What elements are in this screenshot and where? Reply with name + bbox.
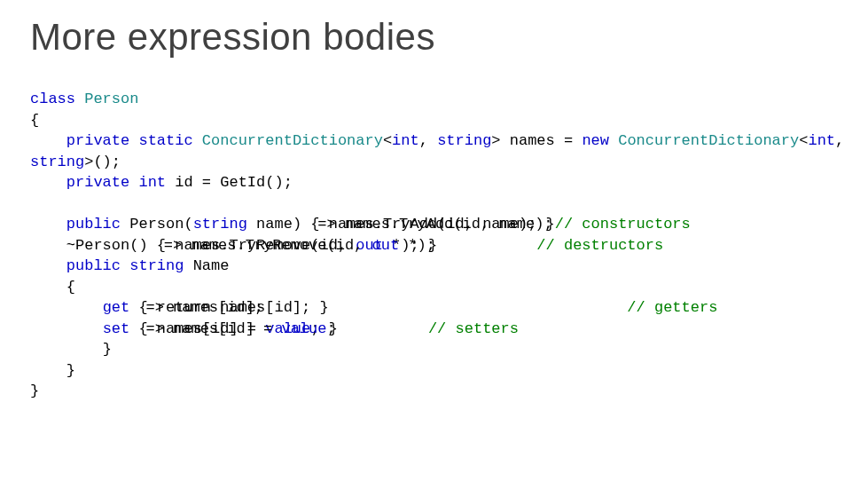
comment-getters: // getters [627, 299, 717, 316]
kw-public2: public [66, 257, 121, 274]
kw-out: out [356, 237, 383, 254]
slide-title: More expression bodies [30, 16, 435, 59]
kw-int2: int [808, 132, 835, 149]
kw-set: set [103, 320, 130, 337]
kw-private: private [66, 132, 129, 149]
indent [30, 174, 66, 191]
kw-new: new [582, 132, 609, 149]
get-body-overlap: { return names[id]; }=> names[id]; [138, 297, 328, 319]
space [75, 91, 84, 107]
comment-dtors: // destructors [536, 237, 663, 254]
txt: > names = [491, 132, 582, 149]
name-prop: Name [184, 257, 229, 274]
type-cd: ConcurrentDictionary [202, 132, 383, 149]
set-a-tail: ; } [310, 320, 338, 337]
set-a-head: { names[id] = [138, 320, 265, 337]
brace-open: { [30, 112, 39, 129]
dtor-body-overlap: { names.TryRemove(id, out *); }=> names.… [157, 235, 437, 256]
comment-setters: // setters [428, 320, 519, 337]
indent2 [30, 299, 103, 316]
indent [30, 257, 66, 274]
kw-string3: string [193, 216, 247, 233]
kw-get: get [103, 299, 130, 316]
indent2 [30, 320, 103, 337]
name-rparen: name) [247, 216, 310, 233]
dtor-pre: ~Person() [66, 237, 157, 254]
kw-int: int [392, 132, 419, 149]
type-cd2: ConcurrentDictionary [618, 132, 799, 149]
type-person: Person [84, 91, 138, 107]
space2 [121, 257, 129, 274]
lt: < [383, 132, 392, 149]
ctor-body-overlap: { names.TryAdd(id, name); }=> names.TryA… [310, 214, 554, 235]
brace-close2: } [66, 362, 75, 379]
indent2 [30, 341, 103, 358]
txt2: >(); [84, 154, 121, 170]
indent [30, 132, 66, 149]
kw-string: string [437, 132, 491, 149]
kw-public: public [66, 216, 121, 233]
comment-ctors: // constructors [555, 216, 691, 233]
comma2: , [835, 132, 853, 149]
kw-class: class [30, 91, 75, 107]
kw-static: static [138, 132, 192, 149]
set-body-overlap: { names[id] = value; }=> names[id] = val… [138, 319, 337, 340]
indent [30, 279, 66, 296]
id-decl: id = GetId(); [166, 174, 293, 191]
person-paren: Person( [121, 216, 193, 233]
slide: More expression bodies class Person { pr… [0, 0, 868, 489]
dtor-body-a: { names.TryRemove(id, out *); } [157, 237, 437, 254]
brace-close-extra: } [103, 341, 112, 358]
kw-value: value [265, 320, 310, 337]
brace-close3: } [30, 383, 39, 399]
ctor-body-a: { names.TryAdd(id, name); } [310, 216, 554, 233]
brace-open2: { [66, 279, 75, 296]
comma: , [419, 132, 437, 149]
indent [30, 216, 66, 233]
code-block: class Person { private static Concurrent… [30, 89, 841, 402]
dtor-a-tail: *); } [383, 237, 437, 254]
pad [437, 237, 536, 254]
kw-string2: string [30, 154, 84, 170]
dtor-a-head: { names.TryRemove(id, [157, 237, 356, 254]
kw-string4: string [129, 257, 184, 274]
lt2: < [799, 132, 808, 149]
indent [30, 237, 66, 254]
pad2 [329, 299, 628, 316]
pad3 [338, 320, 428, 337]
set-body-a: { names[id] = value; } [138, 320, 337, 337]
get-body-a: { return names[id]; } [138, 299, 328, 316]
indent [30, 362, 66, 379]
kw-int3: int [138, 174, 166, 191]
kw-private2: private [66, 174, 129, 191]
